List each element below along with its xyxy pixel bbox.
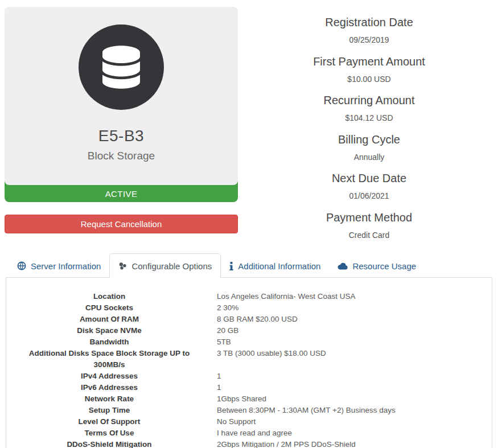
option-row: IPv6 Addresses 1	[6, 382, 483, 393]
option-row: Bandwidth 5TB	[6, 336, 483, 348]
option-name: Location	[6, 291, 212, 302]
tab-item[interactable]: Additional Information	[221, 255, 329, 277]
billing-detail-item: Billing Cycle Annually	[245, 131, 493, 163]
option-value: 1	[217, 382, 483, 393]
option-row: Network Rate 1Gbps Shared	[6, 393, 483, 405]
tab-item[interactable]: Configurable Options	[109, 253, 221, 278]
options-icon	[118, 262, 127, 270]
billing-detail-value: 09/25/2019	[245, 35, 493, 46]
billing-details-column: Registration Date 09/25/2019 First Payme…	[238, 7, 493, 241]
option-row: Level Of Support No Support	[6, 416, 483, 428]
billing-detail-item: Recurring Amount $104.12 USD	[245, 92, 493, 124]
billing-detail-label: Recurring Amount	[245, 92, 493, 109]
option-row: IPv4 Addresses 1	[6, 371, 483, 382]
product-overview-section: E5-B3 Block Storage ACTIVE Request Cance…	[0, 0, 498, 241]
option-value: 1	[217, 371, 483, 382]
option-row: CPU Sockets 2 30%	[6, 302, 483, 314]
tab-label: Resource Usage	[352, 261, 416, 271]
option-name: IPv4 Addresses	[6, 371, 212, 382]
product-group: Block Storage	[10, 150, 232, 162]
billing-detail-label: First Payment Amount	[245, 54, 493, 70]
tab-item[interactable]: Resource Usage	[329, 255, 425, 277]
option-name: Terms Of Use	[6, 428, 212, 439]
option-name: Network Rate	[6, 393, 212, 405]
configurable-options-panel: Location Los Angeles California- West Co…	[6, 277, 492, 448]
billing-detail-label: Registration Date	[245, 14, 493, 31]
option-row: Disk Space NVMe 20 GB	[6, 325, 483, 336]
option-value: No Support	[217, 416, 483, 428]
tab-label: Configurable Options	[131, 261, 212, 271]
option-name: Level Of Support	[6, 416, 212, 428]
option-name: Disk Space NVMe	[6, 325, 212, 336]
database-icon	[102, 46, 140, 89]
option-value: I have read and agree	[217, 428, 483, 439]
billing-detail-value: $10.00 USD	[245, 74, 493, 85]
option-row: Location Los Angeles California- West Co…	[6, 291, 483, 302]
billing-detail-value: $104.12 USD	[245, 113, 493, 124]
product-tabs: Server Information Configurable Options	[6, 253, 492, 277]
option-value: 20 GB	[217, 325, 483, 336]
globe-icon	[17, 261, 26, 270]
option-row: Additional Disks Space Block Storage UP …	[6, 348, 483, 371]
option-name: DDoS-Shield Mitigation	[6, 439, 212, 448]
billing-detail-item: Registration Date 09/25/2019	[245, 14, 493, 46]
option-row: Amount Of RAM 8 GB RAM $20.00 USD	[6, 314, 483, 325]
option-value: 2Gbps Mitigation / 2M PPS DDoS-Shield	[217, 439, 483, 448]
tab-label: Server Information	[31, 261, 101, 271]
option-name: CPU Sockets	[6, 302, 212, 314]
billing-detail-label: Payment Method	[245, 209, 493, 226]
option-value: Los Angeles California- West Coast USA	[217, 291, 483, 302]
billing-detail-item: Next Due Date 01/06/2021	[245, 170, 493, 202]
cloud-icon	[338, 262, 348, 270]
product-name: E5-B3	[10, 127, 232, 145]
option-value: 5TB	[217, 336, 483, 348]
option-row: Terms Of Use I have read and agree	[6, 428, 483, 439]
product-card: E5-B3 Block Storage ACTIVE	[5, 7, 238, 202]
billing-detail-label: Billing Cycle	[245, 131, 493, 148]
billing-detail-value: Annually	[245, 152, 493, 163]
option-name: Additional Disks Space Block Storage UP …	[6, 348, 212, 371]
billing-detail-item: First Payment Amount $10.00 USD	[245, 54, 493, 85]
option-value: Between 8:30PM - 1:30AM (GMT +2) Busines…	[217, 405, 483, 416]
option-name: Setup Time	[6, 405, 212, 416]
billing-detail-value: Credit Card	[245, 230, 493, 241]
product-summary-column: E5-B3 Block Storage ACTIVE Request Cance…	[5, 7, 238, 241]
billing-detail-value: 01/06/2021	[245, 191, 493, 202]
option-row: DDoS-Shield Mitigation 2Gbps Mitigation …	[6, 439, 483, 448]
option-name: Amount Of RAM	[6, 314, 212, 325]
tab-label: Additional Information	[238, 261, 320, 271]
product-card-body: E5-B3 Block Storage	[5, 7, 238, 185]
option-row: Setup Time Between 8:30PM - 1:30AM (GMT …	[6, 405, 483, 416]
option-name: IPv6 Addresses	[6, 382, 212, 393]
option-value: 8 GB RAM $20.00 USD	[217, 314, 483, 325]
product-icon-circle	[79, 24, 164, 110]
option-value: 1Gbps Shared	[217, 393, 483, 405]
tab-item[interactable]: Server Information	[9, 255, 109, 277]
option-value: 2 30%	[217, 302, 483, 314]
info-icon	[229, 262, 233, 270]
billing-detail-label: Next Due Date	[245, 170, 493, 187]
request-cancellation-button[interactable]: Request Cancellation	[5, 215, 238, 233]
billing-detail-item: Payment Method Credit Card	[245, 209, 493, 241]
option-value: 3 TB (3000 usable) $18.00 USD	[217, 348, 483, 371]
option-name: Bandwidth	[6, 336, 212, 348]
